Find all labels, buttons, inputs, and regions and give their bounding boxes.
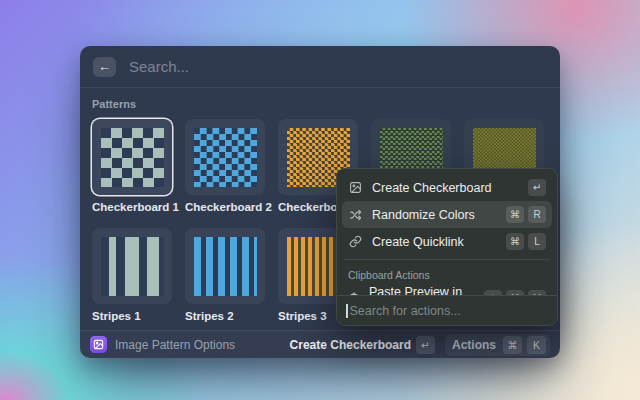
menu-item-create-quicklink[interactable]: Create Quicklink ⌘ L	[342, 228, 552, 255]
stripes-2-swatch	[194, 237, 257, 296]
actions-menu: Create Checkerboard ↵ Randomize Colors ⌘…	[336, 168, 558, 326]
r-key-badge: R	[528, 206, 546, 223]
footer-app-label: Image Pattern Options	[115, 338, 235, 352]
cmd-key-badge: ⌘	[506, 206, 524, 223]
link-icon	[348, 234, 363, 249]
return-key-badge: ↵	[416, 336, 435, 354]
menu-item-create-checkerboard[interactable]: Create Checkerboard ↵	[342, 174, 552, 201]
menu-divider	[344, 259, 550, 260]
tile-stripes-1[interactable]: Stripes 1	[92, 228, 172, 322]
return-key-badge: ↵	[528, 179, 546, 196]
actions-button[interactable]: Actions ⌘ K	[445, 334, 550, 356]
tile-card-selected[interactable]	[92, 119, 172, 195]
tile-label: Checkerboard 1	[92, 201, 172, 213]
tile-stripes-2[interactable]: Stripes 2	[185, 228, 265, 322]
menu-section-label: Clipboard Actions	[342, 264, 552, 285]
status-bar: Image Pattern Options Create Checkerboar…	[80, 330, 560, 358]
primary-action-button[interactable]: Create Checkerboard	[290, 338, 411, 352]
checkerboard-1-swatch	[101, 128, 164, 187]
k-key-badge: K	[527, 336, 546, 354]
tile-label: Checkerboard 2	[185, 201, 265, 213]
menu-item-randomize-colors[interactable]: Randomize Colors ⌘ R	[342, 201, 552, 228]
search-input[interactable]: Search...	[129, 58, 189, 75]
l-key-badge: L	[528, 233, 546, 250]
tile-checkerboard-2[interactable]: Checkerboard 2	[185, 119, 265, 213]
menu-item-label: Randomize Colors	[372, 208, 475, 222]
tile-label: Stripes 2	[185, 310, 265, 322]
shuffle-icon	[348, 207, 363, 222]
launcher-window: ← Search... Patterns Checkerboard 1 Chec…	[80, 46, 560, 358]
menu-item-label: Create Quicklink	[372, 235, 464, 249]
stripes-1-swatch	[101, 237, 164, 296]
checkerboard-2-swatch	[194, 128, 257, 187]
tile-card[interactable]	[185, 228, 265, 304]
actions-search-placeholder: Search for actions...	[350, 304, 461, 318]
menu-item-label: Create Checkerboard	[372, 181, 492, 195]
tile-checkerboard-1[interactable]: Checkerboard 1	[92, 119, 172, 213]
actions-search-input[interactable]: Search for actions...	[337, 295, 557, 325]
cmd-key-badge: ⌘	[506, 233, 524, 250]
actions-button-label: Actions	[452, 338, 496, 352]
image-icon	[348, 180, 363, 195]
image-pattern-app-icon	[90, 336, 107, 353]
cmd-key-badge: ⌘	[503, 336, 522, 354]
tile-card[interactable]	[92, 228, 172, 304]
search-bar: ← Search...	[80, 46, 560, 88]
text-cursor	[346, 304, 348, 318]
back-arrow-icon: ←	[98, 59, 111, 74]
tile-card[interactable]	[185, 119, 265, 195]
tile-label: Stripes 1	[92, 310, 172, 322]
back-button[interactable]: ←	[93, 57, 116, 77]
section-label: Patterns	[92, 98, 548, 110]
